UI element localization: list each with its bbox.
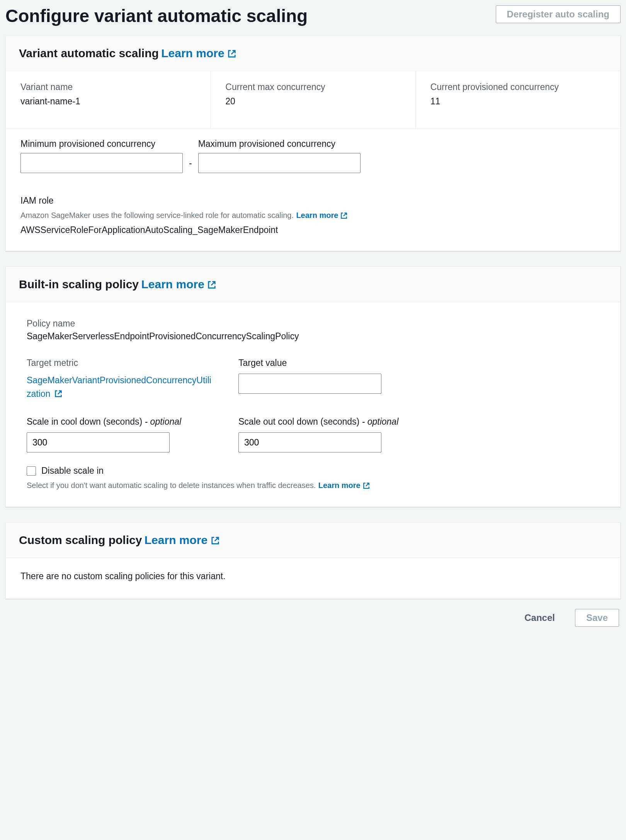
target-value-label: Target value (238, 358, 381, 368)
save-button[interactable]: Save (575, 609, 619, 627)
variant-scaling-panel: Variant automatic scaling Learn more Var… (5, 36, 621, 251)
current-prov-cell: Current provisioned concurrency 11 (416, 71, 620, 128)
builtin-panel-body: Policy name SageMakerServerlessEndpointP… (6, 302, 620, 507)
target-metric-label: Target metric (27, 358, 220, 368)
custom-empty-message: There are no custom scaling policies for… (6, 558, 620, 599)
custom-panel-header: Custom scaling policy Learn more (6, 523, 620, 558)
min-concurrency-group: Minimum provisioned concurrency (20, 139, 183, 173)
external-link-icon (208, 281, 216, 289)
target-metric-link[interactable]: SageMakerVariantProvisionedConcurrencyUt… (27, 375, 211, 399)
footer-actions: Cancel Save (5, 607, 621, 629)
variant-name-value: variant-name-1 (20, 96, 196, 107)
range-dash: - (189, 158, 192, 173)
scale-out-block: Scale out cool down (seconds) - optional (238, 417, 398, 452)
external-link-icon (228, 49, 236, 58)
iam-section: IAM role Amazon SageMaker uses the follo… (20, 196, 606, 235)
learn-more-label: Learn more (318, 481, 361, 490)
iam-learn-more-link[interactable]: Learn more (296, 211, 347, 220)
learn-more-label: Learn more (296, 211, 338, 220)
variant-panel-title: Variant automatic scaling (19, 47, 159, 60)
custom-learn-more-link[interactable]: Learn more (145, 534, 219, 546)
scale-out-label-text: Scale out cool down (seconds) (238, 417, 359, 427)
max-concurrency-label: Maximum provisioned concurrency (198, 139, 361, 149)
target-row: Target metric SageMakerVariantProvisione… (27, 358, 599, 400)
learn-more-label: Learn more (141, 278, 204, 291)
learn-more-label: Learn more (161, 47, 224, 60)
cooldown-row: Scale in cool down (seconds) - optional … (27, 417, 599, 452)
variant-panel-header: Variant automatic scaling Learn more (6, 36, 620, 71)
iam-role-value: AWSServiceRoleForApplicationAutoScaling_… (20, 225, 606, 235)
scale-out-label: Scale out cool down (seconds) - optional (238, 417, 398, 427)
disable-scale-in-checkbox[interactable] (27, 466, 36, 476)
cancel-button[interactable]: Cancel (514, 609, 566, 626)
min-concurrency-input[interactable] (20, 153, 183, 173)
learn-more-label: Learn more (145, 534, 208, 546)
custom-panel-title: Custom scaling policy (19, 534, 142, 546)
max-concurrency-group: Maximum provisioned concurrency (198, 139, 361, 173)
builtin-panel-title: Built-in scaling policy (19, 278, 139, 291)
scale-in-block: Scale in cool down (seconds) - optional (27, 417, 220, 452)
disable-scale-in-hint: Select if you don't want automatic scali… (27, 481, 316, 490)
disable-learn-more-link[interactable]: Learn more (318, 481, 370, 490)
scale-in-label-text: Scale in cool down (seconds) (27, 417, 142, 427)
disable-scale-in-label: Disable scale in (41, 466, 104, 476)
builtin-panel-header: Built-in scaling policy Learn more (6, 267, 620, 302)
variant-name-label: Variant name (20, 82, 196, 92)
concurrency-range-row: Minimum provisioned concurrency - Maximu… (20, 139, 606, 173)
builtin-policy-panel: Built-in scaling policy Learn more Polic… (5, 267, 621, 507)
variant-name-cell: Variant name variant-name-1 (6, 71, 211, 128)
scale-in-label: Scale in cool down (seconds) - optional (27, 417, 220, 427)
external-link-icon (340, 212, 347, 219)
custom-policy-panel: Custom scaling policy Learn more There a… (5, 522, 621, 599)
scale-in-input[interactable] (27, 432, 170, 452)
current-prov-label: Current provisioned concurrency (430, 82, 606, 92)
builtin-learn-more-link[interactable]: Learn more (141, 278, 216, 291)
variant-info-row: Variant name variant-name-1 Current max … (6, 71, 620, 129)
variant-panel-body: Minimum provisioned concurrency - Maximu… (6, 129, 620, 251)
external-link-icon (363, 482, 370, 489)
current-max-value: 20 (225, 96, 400, 107)
disable-hint-row: Select if you don't want automatic scali… (27, 480, 599, 490)
current-max-label: Current max concurrency (225, 82, 400, 92)
page-title: Configure variant automatic scaling (5, 5, 308, 26)
policy-name-block: Policy name SageMakerServerlessEndpointP… (27, 318, 599, 342)
policy-name-value: SageMakerServerlessEndpointProvisionedCo… (27, 331, 599, 342)
disable-scale-in-row: Disable scale in (27, 466, 599, 476)
current-max-cell: Current max concurrency 20 (211, 71, 415, 128)
target-value-input[interactable] (238, 374, 381, 394)
iam-role-label: IAM role (20, 196, 606, 206)
policy-name-label: Policy name (27, 318, 599, 329)
variant-learn-more-link[interactable]: Learn more (161, 47, 236, 60)
scale-out-input[interactable] (238, 432, 381, 452)
current-prov-value: 11 (430, 96, 606, 107)
iam-hint-row: Amazon SageMaker uses the following serv… (20, 210, 606, 220)
target-metric-block: Target metric SageMakerVariantProvisione… (27, 358, 220, 400)
iam-role-hint: Amazon SageMaker uses the following serv… (20, 211, 294, 219)
optional-suffix: - optional (145, 417, 182, 427)
deregister-auto-scaling-button[interactable]: Deregister auto scaling (496, 5, 621, 23)
external-link-icon (211, 536, 219, 545)
max-concurrency-input[interactable] (198, 153, 361, 173)
external-link-icon (54, 390, 62, 398)
optional-suffix: - optional (362, 417, 399, 427)
min-concurrency-label: Minimum provisioned concurrency (20, 139, 183, 149)
target-value-block: Target value (238, 358, 381, 400)
